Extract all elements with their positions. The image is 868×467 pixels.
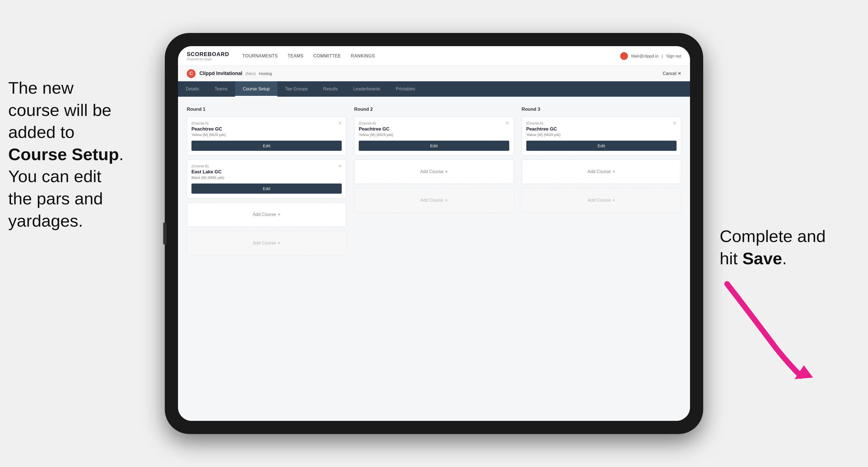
logo-scoreboard: SCOREBOARD bbox=[187, 51, 229, 57]
left-annotation: The new course will be added to Course S… bbox=[8, 77, 167, 232]
round-2-course-a-edit-button[interactable]: Edit bbox=[359, 141, 509, 151]
round-3-title: Round 3 bbox=[522, 106, 681, 112]
round-2-add-course-button[interactable]: Add Course + bbox=[354, 159, 514, 184]
round-2-course-a-details: Yellow (M) (6629 yds) bbox=[359, 133, 509, 137]
round-2-column: Round 2 ✕ (Course A) Peachtree GC Yellow… bbox=[354, 106, 514, 259]
tab-tee-groups[interactable]: Tee Groups bbox=[277, 81, 316, 97]
app-content: SCOREBOARD Powered by clippd TOURNAMENTS… bbox=[178, 46, 690, 421]
round-1-course-a-edit-button[interactable]: Edit bbox=[191, 141, 342, 151]
logo-sub: Powered by clippd bbox=[187, 57, 229, 61]
tournament-name: Clippd Invitational bbox=[199, 71, 242, 76]
round-1-column: Round 1 ✕ (Course A) Peachtree GC Yellow… bbox=[187, 106, 346, 259]
round-2-add-course-button-2: Add Course + bbox=[354, 188, 514, 213]
sign-out-link[interactable]: Sign out bbox=[666, 54, 681, 58]
round-3-course-a-label: (Course A) bbox=[526, 121, 677, 125]
logo-area: SCOREBOARD Powered by clippd bbox=[187, 51, 229, 61]
tab-leaderboards[interactable]: Leaderboards bbox=[346, 81, 388, 97]
tournament-bar: C Clippd Invitational (Men) Hosting Canc… bbox=[178, 66, 690, 81]
round-1-course-a-name: Peachtree GC bbox=[191, 126, 342, 132]
round-3-add-course-button[interactable]: Add Course + bbox=[522, 159, 681, 184]
round-2-course-a-name: Peachtree GC bbox=[359, 126, 509, 132]
round-1-course-b-details: Black (M) (6891 yds) bbox=[191, 176, 342, 180]
round-1-course-b-label: (Course B) bbox=[191, 164, 342, 168]
main-content: Round 1 ✕ (Course A) Peachtree GC Yellow… bbox=[178, 97, 690, 421]
round-2-course-a-delete-icon[interactable]: ✕ bbox=[504, 120, 510, 126]
user-email: blair@clippd.io bbox=[631, 54, 658, 58]
round-1-course-a-delete-icon[interactable]: ✕ bbox=[337, 120, 343, 126]
right-annotation: Complete and hit Save. bbox=[720, 225, 851, 270]
user-avatar bbox=[620, 52, 628, 60]
tab-teams[interactable]: Teams bbox=[207, 81, 235, 97]
tab-results[interactable]: Results bbox=[316, 81, 346, 97]
round-1-course-a-label: (Course A) bbox=[191, 121, 342, 125]
round-3-course-a-name: Peachtree GC bbox=[526, 126, 677, 132]
round-3-column: Round 3 ✕ (Course A) Peachtree GC Yellow… bbox=[522, 106, 681, 259]
tab-bar: Details Teams Course Setup Tee Groups Re… bbox=[178, 81, 690, 97]
tab-printables[interactable]: Printables bbox=[388, 81, 423, 97]
round-2-course-a-label: (Course A) bbox=[359, 121, 509, 125]
tablet-side-button bbox=[163, 222, 166, 245]
nav-committee[interactable]: COMMITTEE bbox=[313, 54, 341, 59]
round-3-course-a-edit-button[interactable]: Edit bbox=[526, 141, 677, 151]
tablet-screen: SCOREBOARD Powered by clippd TOURNAMENTS… bbox=[178, 46, 690, 421]
cancel-button[interactable]: Cancel ✕ bbox=[663, 71, 681, 76]
top-nav: SCOREBOARD Powered by clippd TOURNAMENTS… bbox=[178, 46, 690, 66]
round-3-course-a-card: ✕ (Course A) Peachtree GC Yellow (M) (66… bbox=[522, 117, 681, 155]
nav-links: TOURNAMENTS TEAMS COMMITTEE RANKINGS bbox=[242, 54, 620, 59]
nav-rankings[interactable]: RANKINGS bbox=[351, 54, 375, 59]
right-arrow bbox=[709, 275, 813, 379]
round-1-course-b-name: East Lake GC bbox=[191, 169, 342, 175]
round-3-course-a-details: Yellow (M) (6629 yds) bbox=[526, 133, 677, 137]
nav-right: blair@clippd.io | Sign out bbox=[620, 52, 681, 60]
round-2-course-a-card: ✕ (Course A) Peachtree GC Yellow (M) (66… bbox=[354, 117, 514, 155]
round-1-title: Round 1 bbox=[187, 106, 346, 112]
tournament-status: Hosting bbox=[259, 71, 272, 76]
round-1-add-course-button[interactable]: Add Course + bbox=[187, 202, 346, 227]
round-3-course-a-delete-icon[interactable]: ✕ bbox=[672, 120, 678, 126]
round-2-title: Round 2 bbox=[354, 106, 514, 112]
nav-tournaments[interactable]: TOURNAMENTS bbox=[242, 54, 278, 59]
tournament-gender: (Men) bbox=[246, 71, 256, 76]
round-1-course-a-details: Yellow (M) (6629 yds) bbox=[191, 133, 342, 137]
tablet-shell: SCOREBOARD Powered by clippd TOURNAMENTS… bbox=[165, 33, 703, 434]
round-1-add-course-button-2: Add Course + bbox=[187, 231, 346, 255]
round-1-course-b-card: ✕ (Course B) East Lake GC Black (M) (689… bbox=[187, 159, 346, 198]
tab-details[interactable]: Details bbox=[178, 81, 207, 97]
round-1-course-a-card: ✕ (Course A) Peachtree GC Yellow (M) (66… bbox=[187, 117, 346, 155]
round-1-course-b-edit-button[interactable]: Edit bbox=[191, 184, 342, 194]
round-3-add-course-button-2: Add Course + bbox=[522, 188, 681, 213]
rounds-grid: Round 1 ✕ (Course A) Peachtree GC Yellow… bbox=[187, 106, 681, 259]
nav-teams[interactable]: TEAMS bbox=[288, 54, 304, 59]
tab-course-setup[interactable]: Course Setup bbox=[235, 81, 277, 97]
tournament-logo: C bbox=[187, 69, 195, 78]
round-1-course-b-delete-icon[interactable]: ✕ bbox=[337, 163, 343, 169]
